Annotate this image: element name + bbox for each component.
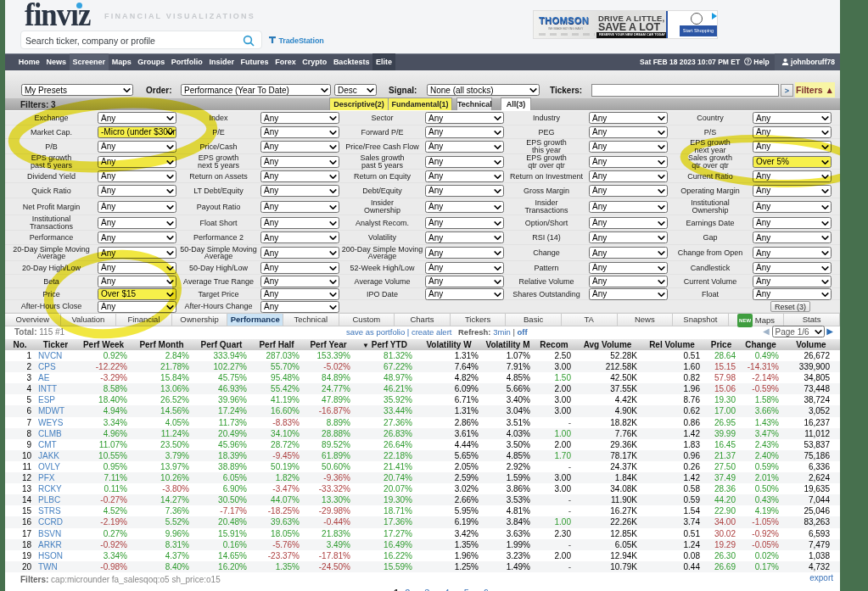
svg-text:?: ? (746, 59, 749, 64)
